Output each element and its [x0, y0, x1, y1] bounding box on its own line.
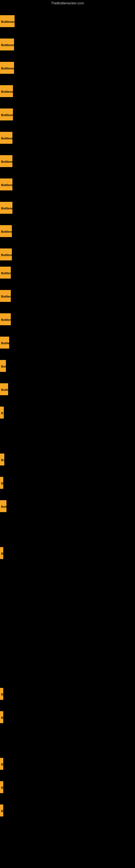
bar-row: Bottleneck result: [0, 15, 14, 27]
bar-row: Bottlen: [0, 383, 8, 395]
bar-label: Bo: [0, 454, 4, 465]
bar-row: Bottleneck result: [0, 38, 14, 51]
bar-row: Bottleneck re: [0, 313, 11, 325]
bar-label: Bottleneck resu: [0, 108, 13, 120]
bar-label: Bottleneck resu: [0, 179, 12, 190]
bar-label: Bottleneck resu: [0, 155, 12, 167]
bar-row: B: [0, 688, 3, 700]
bar-label: Bottleneck re: [0, 267, 11, 279]
bar-label: B: [0, 711, 3, 723]
bar-label: B: [0, 477, 3, 489]
bar-label: Bot: [0, 360, 6, 372]
bar-row: Bottleneck re: [0, 267, 11, 279]
bar-label: Bottleneck re: [0, 313, 11, 325]
bar-row: B: [0, 407, 4, 418]
bar-label: Bott: [0, 500, 6, 512]
bar-row: Bot: [0, 360, 6, 372]
bar-label: Bottlenec: [0, 337, 9, 348]
bar-label: B: [0, 781, 3, 793]
bar-row: Bottleneck result: [0, 62, 14, 74]
site-title: TheBottlenecker.com: [0, 0, 135, 6]
bar-row: B: [0, 547, 3, 559]
bar-label: Bottleneck resu: [0, 202, 12, 214]
bar-row: Bott: [0, 500, 6, 512]
bar-label: Bottleneck re: [0, 290, 11, 302]
bar-label: Bottlen: [0, 383, 8, 395]
bar-row: Bottleneck resu: [0, 202, 12, 214]
bar-label: Bottleneck result: [0, 15, 14, 27]
bar-row: Bottleneck resu: [0, 85, 13, 97]
bar-row: Bottleneck resu: [0, 179, 12, 190]
bar-label: Bottleneck resu: [0, 225, 12, 237]
bar-row: Bottleneck resu: [0, 108, 13, 120]
bar-label: Bottleneck resu: [0, 132, 12, 144]
bar-row: Bottleneck resu: [0, 225, 12, 237]
bar-row: Bottleneck resu: [0, 248, 12, 260]
bar-label: Bottleneck result: [0, 38, 14, 51]
bar-row: B: [0, 477, 3, 489]
bar-label: B: [0, 547, 3, 559]
bar-row: Bo: [0, 454, 4, 465]
bar-row: B: [0, 711, 3, 723]
bar-row: Bottleneck resu: [0, 132, 12, 144]
bar-label: B: [0, 407, 4, 418]
bar-row: B: [0, 805, 3, 816]
bar-row: Bottleneck resu: [0, 155, 12, 167]
bar-label: B: [0, 805, 3, 816]
bar-label: B: [0, 758, 3, 770]
bar-label: B: [0, 688, 3, 700]
bar-row: Bottlenec: [0, 337, 9, 348]
bar-label: Bottleneck result: [0, 62, 14, 74]
bar-row: Bottleneck re: [0, 290, 11, 302]
bar-row: B: [0, 758, 3, 770]
bar-label: Bottleneck resu: [0, 85, 13, 97]
bar-row: B: [0, 781, 3, 793]
bar-label: Bottleneck resu: [0, 248, 12, 260]
